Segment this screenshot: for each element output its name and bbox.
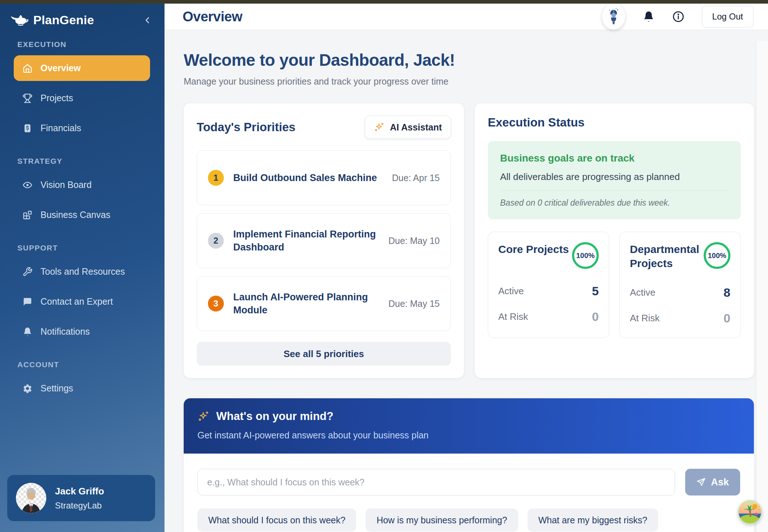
window-top-strip — [0, 0, 768, 4]
bell-icon — [643, 10, 655, 23]
info-icon — [672, 10, 684, 23]
sidebar-item-vision-board[interactable]: Vision Board — [14, 172, 150, 198]
island-floating-badge[interactable] — [738, 500, 762, 524]
welcome-subtitle: Manage your business priorities and trac… — [184, 76, 754, 87]
logout-button[interactable]: Log Out — [702, 6, 754, 27]
stat-row-active: Active 5 — [498, 284, 599, 298]
priority-rank-badge: 3 — [208, 296, 224, 312]
genie-avatar[interactable] — [602, 4, 625, 30]
suggestion-chip[interactable]: How is my business performing? — [366, 509, 518, 532]
ask-question-input[interactable] — [197, 469, 675, 495]
trophy-icon — [22, 93, 33, 103]
section-label-strategy: STRATEGY — [17, 157, 150, 166]
app-header: Overview — [165, 4, 768, 30]
see-all-priorities-button[interactable]: See all 5 priorities — [197, 342, 451, 366]
user-company: StrategyLab — [55, 501, 104, 511]
eye-icon — [22, 180, 33, 190]
sidebar-item-projects[interactable]: Projects — [14, 85, 150, 111]
user-avatar — [16, 483, 46, 513]
sidebar-item-label: Settings — [40, 383, 73, 394]
wrench-icon — [22, 267, 33, 277]
genie-lamp-logo-icon — [10, 14, 30, 26]
sidebar-item-label: Projects — [40, 93, 73, 103]
priority-rank-badge: 2 — [208, 233, 224, 249]
page-title: Overview — [183, 9, 242, 25]
stat-title: Departmental Projects — [630, 242, 702, 270]
status-headline: Business goals are on track — [500, 153, 729, 164]
money-icon — [22, 123, 33, 133]
sidebar-item-notifications[interactable]: Notifications — [14, 319, 150, 344]
priority-item-1[interactable]: 1 Build Outbound Sales Machine Due: Apr … — [197, 150, 451, 205]
suggested-questions: What should I focus on this week? How is… — [197, 509, 689, 532]
bell-icon — [22, 327, 33, 337]
sidebar: PlanGenie EXECUTION Overview Projects — [0, 4, 165, 532]
welcome-title: Welcome to your Dashboard, Jack! — [184, 50, 754, 70]
header-actions: Log Out — [602, 4, 754, 30]
execution-status-title: Execution Status — [488, 116, 585, 129]
sidebar-item-label: Vision Board — [40, 180, 91, 190]
sidebar-item-financials[interactable]: Financials — [14, 115, 150, 141]
ask-ai-subtitle: Get instant AI-powered answers about you… — [197, 430, 740, 441]
sidebar-item-label: Tools and Resources — [40, 266, 125, 277]
priority-title: Build Outbound Sales Machine — [233, 171, 377, 184]
on-track-status-box: Business goals are on track All delivera… — [488, 141, 741, 219]
core-projects-stat: Core Projects 100% Active 5 At Risk 0 — [488, 232, 609, 338]
genie-character-icon — [606, 7, 621, 26]
todays-priorities-card: Today's Priorities AI Assistant 1 Build … — [184, 103, 464, 378]
status-note: Based on 0 critical deliverables due thi… — [500, 198, 729, 208]
sidebar-item-contact-expert[interactable]: Contact an Expert — [14, 289, 150, 314]
sidebar-item-label: Notifications — [40, 326, 90, 337]
priority-item-3[interactable]: 3 Launch AI-Powered Planning Module Due:… — [197, 276, 451, 331]
chat-bubble-icon — [22, 297, 33, 307]
notifications-button[interactable] — [643, 10, 655, 23]
stat-row-active: Active 8 — [630, 286, 730, 300]
suggestion-chip[interactable]: What should I focus on this week? — [197, 509, 356, 532]
brand-row: PlanGenie — [0, 4, 165, 27]
sidebar-item-label: Overview — [40, 63, 81, 73]
priority-due-date: Due: May 15 — [388, 299, 440, 309]
priority-item-2[interactable]: 2 Implement Financial Reporting Dashboar… — [197, 213, 451, 268]
user-card[interactable]: Jack Griffo StrategyLab — [7, 475, 155, 521]
suggestion-chip[interactable]: What are my biggest risks? — [528, 509, 658, 532]
ask-submit-button[interactable]: Ask — [685, 469, 740, 495]
sidebar-item-business-canvas[interactable]: Business Canvas — [14, 202, 150, 228]
home-icon — [22, 63, 33, 73]
content-column: Overview — [165, 4, 768, 532]
status-body: All deliverables are progressing as plan… — [500, 171, 729, 191]
sidebar-collapse-button[interactable] — [144, 15, 152, 26]
ask-button-label: Ask — [711, 477, 729, 488]
paper-plane-icon — [696, 477, 706, 487]
sidebar-item-settings[interactable]: Settings — [14, 376, 150, 401]
sparkle-icon — [374, 122, 385, 133]
scrollbar-gutter[interactable] — [756, 41, 768, 532]
progress-ring: 100% — [572, 242, 599, 269]
stat-title: Core Projects — [498, 242, 569, 256]
priority-due-date: Due: May 10 — [388, 236, 440, 246]
sidebar-item-label: Financials — [40, 123, 81, 133]
priority-due-date: Due: Apr 15 — [392, 173, 440, 183]
ai-assistant-button[interactable]: AI Assistant — [365, 116, 451, 139]
priority-rank-badge: 1 — [208, 170, 224, 186]
project-stats-row: Core Projects 100% Active 5 At Risk 0 — [488, 232, 741, 338]
info-button[interactable] — [672, 10, 684, 23]
dashboard-cards-row: Today's Priorities AI Assistant 1 Build … — [184, 103, 754, 378]
user-name: Jack Griffo — [55, 486, 104, 497]
sparkle-icon — [197, 410, 210, 422]
stat-row-at-risk: At Risk 0 — [498, 310, 599, 324]
sidebar-item-overview[interactable]: Overview — [14, 55, 150, 81]
sidebar-item-tools-resources[interactable]: Tools and Resources — [14, 259, 150, 284]
gear-icon — [22, 383, 33, 394]
tropical-island-icon — [738, 500, 762, 524]
sidebar-nav: EXECUTION Overview Projects Financials S… — [0, 27, 165, 475]
departmental-projects-stat: Departmental Projects 100% Active 8 At R… — [619, 232, 741, 338]
ask-ai-banner: What's on your mind? Get instant AI-powe… — [184, 398, 754, 454]
priority-title: Implement Financial Reporting Dashboard — [233, 228, 379, 254]
ask-ai-body: Ask What should I focus on this week? Ho… — [184, 454, 754, 532]
main-area: Welcome to your Dashboard, Jack! Manage … — [165, 30, 768, 532]
execution-status-card: Execution Status Business goals are on t… — [475, 103, 754, 378]
sidebar-item-label: Contact an Expert — [40, 296, 113, 307]
sidebar-item-label: Business Canvas — [40, 210, 110, 220]
blocks-icon — [22, 210, 33, 220]
section-label-support: SUPPORT — [17, 244, 150, 252]
chevron-left-icon — [144, 15, 152, 26]
